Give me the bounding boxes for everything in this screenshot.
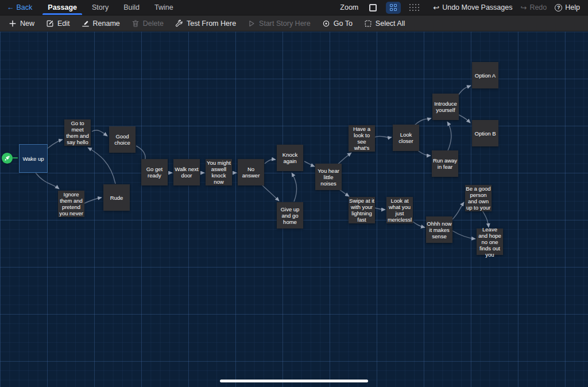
test-icon [175, 20, 183, 28]
rename-button[interactable]: Rename [76, 17, 125, 30]
toolbar-button-label: Select All [376, 20, 405, 28]
test-from-here-button[interactable]: Test From Here [170, 17, 241, 30]
toolbar-button-label: Start Story Here [259, 20, 311, 28]
start-passage-rocket-icon [2, 153, 13, 164]
help-label: Help [565, 3, 580, 11]
edge-look-at-what-to-ohhh-now [411, 220, 425, 227]
redo-label: Redo [529, 3, 547, 11]
toolbar-button-label: Rename [93, 20, 120, 28]
undo-icon: ↩ [433, 4, 439, 11]
plus-icon [9, 20, 17, 28]
nav-right: Zoom ↩ Undo Move Passages ↪ Redo ? Help [340, 0, 588, 15]
zoom-full-button[interactable] [365, 2, 380, 14]
back-arrow-icon: ← [7, 3, 14, 11]
dots-grid-icon [409, 4, 420, 11]
tab-passage[interactable]: Passage [40, 0, 84, 15]
edge-wake-up-to-ignore-them [36, 173, 59, 189]
back-button[interactable]: ← Back [0, 0, 40, 15]
grid-2x2-icon [390, 4, 397, 11]
passage-node-you-might-aswell[interactable]: You might aswell knock now [206, 159, 232, 185]
passage-node-wake-up[interactable]: Wake up [19, 144, 48, 173]
passage-toolbar: NewEditRenameDeleteTest From HereStart S… [0, 16, 588, 32]
target-icon [322, 20, 330, 28]
edge-swipe-at-it-to-look-at-what [374, 208, 385, 210]
top-nav-bar: ← Back PassageStoryBuildTwine Zoom ↩ Und… [0, 0, 588, 16]
edge-rude-to-go-to-meet [88, 148, 115, 184]
passage-node-knock-again[interactable]: Knock again [277, 145, 303, 171]
toolbar-button-label: Go To [334, 20, 353, 28]
edge-knock-again-to-you-hear [304, 161, 315, 167]
passage-node-look-closer[interactable]: Look closer [393, 125, 419, 151]
help-button[interactable]: ? Help [554, 3, 581, 11]
passage-node-be-a-good[interactable]: Be a good person and own up to your [465, 185, 492, 211]
toolbar-button-label: New [20, 20, 34, 28]
go-to-button[interactable]: Go To [317, 17, 358, 30]
passage-node-walk-next-door[interactable]: Walk next door [173, 159, 200, 185]
toolbar-button-label: Test From Here [187, 20, 236, 28]
passage-node-option-b[interactable]: Option B [472, 120, 498, 146]
play-icon [247, 20, 256, 28]
zoom-small-button[interactable] [407, 2, 421, 14]
passage-node-rude[interactable]: Rude [103, 184, 130, 211]
edge-ohhh-now-to-be-a-good [451, 202, 464, 220]
edge-be-a-good-to-leave-and-hope [482, 211, 489, 227]
passage-node-introduce-yourself[interactable]: Introduce yourself [432, 94, 459, 120]
help-icon: ? [555, 4, 562, 11]
edge-run-away-to-introduce-yourself [447, 122, 451, 150]
zoom-label: Zoom [340, 3, 358, 11]
edge-introduce-yourself-to-option-a [458, 86, 471, 96]
passage-node-option-a[interactable]: Option A [472, 62, 498, 88]
new-button[interactable]: New [3, 17, 40, 30]
view-tabs: PassageStoryBuildTwine [40, 0, 180, 15]
edge-ohhh-now-to-leave-and-hope [452, 231, 475, 239]
select-all-button[interactable]: Select All [359, 17, 410, 30]
toolbar-button-label: Delete [143, 20, 164, 28]
passage-node-swipe-at-it[interactable]: Swipe at it with your lightning fast [349, 197, 375, 223]
edge-no-answer-to-knock-again [265, 160, 276, 164]
passage-node-go-to-meet[interactable]: Go to meet them and say hello [64, 119, 91, 146]
tab-story[interactable]: Story [84, 0, 116, 15]
edge-have-a-look-to-look-closer [374, 136, 392, 137]
zoom-medium-button[interactable] [386, 2, 401, 14]
horizontal-scrollbar-handle[interactable] [220, 380, 368, 382]
delete-button[interactable]: Delete [126, 17, 169, 30]
redo-button[interactable]: ↪ Redo [519, 3, 548, 11]
passage-node-have-a-look[interactable]: Have a look to see what's [349, 125, 375, 152]
edge-give-up-to-knock-again [292, 173, 297, 202]
edge-introduce-yourself-to-option-b [459, 115, 470, 123]
passage-node-you-hear[interactable]: You hear little noises [315, 164, 342, 190]
edit-button[interactable]: Edit [41, 17, 75, 30]
toolbar-button-label: Edit [57, 20, 70, 28]
tab-twine[interactable]: Twine [147, 0, 181, 15]
passage-node-leave-and-hope[interactable]: Leave and hope no one finds out you [477, 229, 503, 255]
edge-no-answer-to-give-up [262, 185, 279, 201]
trash-icon [131, 20, 140, 28]
passage-node-no-answer[interactable]: No answer [238, 159, 264, 185]
single-square-icon [369, 4, 377, 11]
passage-node-good-choice[interactable]: Good choice [109, 126, 136, 153]
edge-go-to-meet-to-good-choice [92, 130, 107, 136]
tab-build[interactable]: Build [116, 0, 147, 15]
edge-ignore-them-to-rude [84, 198, 102, 203]
start-story-here-button[interactable]: Start Story Here [242, 17, 316, 30]
redo-icon: ↪ [520, 4, 527, 11]
edge-wake-up-to-go-to-meet [47, 140, 63, 149]
rename-icon [82, 20, 90, 28]
undo-label: Undo Move Passages [442, 3, 512, 11]
passage-node-ohhh-now[interactable]: Ohhh now it makes sense [426, 216, 452, 243]
passage-node-look-at-what[interactable]: Look at what you just mericlessl [386, 197, 413, 223]
select-icon [364, 20, 372, 28]
passage-node-run-away[interactable]: Run away in fear [432, 150, 458, 177]
undo-button[interactable]: ↩ Undo Move Passages [432, 3, 513, 11]
story-map-canvas[interactable]: Wake upGo to meet them and say helloIgno… [0, 32, 588, 387]
pencil-icon [46, 20, 54, 28]
nav-left: ← Back PassageStoryBuildTwine [0, 0, 181, 15]
back-label: Back [17, 3, 33, 11]
passage-node-give-up[interactable]: Give up and go home [277, 202, 303, 229]
passage-node-ignore-them[interactable]: Ignore them and pretend you never [58, 191, 84, 217]
passage-node-go-get-ready[interactable]: Go get ready [141, 159, 168, 185]
